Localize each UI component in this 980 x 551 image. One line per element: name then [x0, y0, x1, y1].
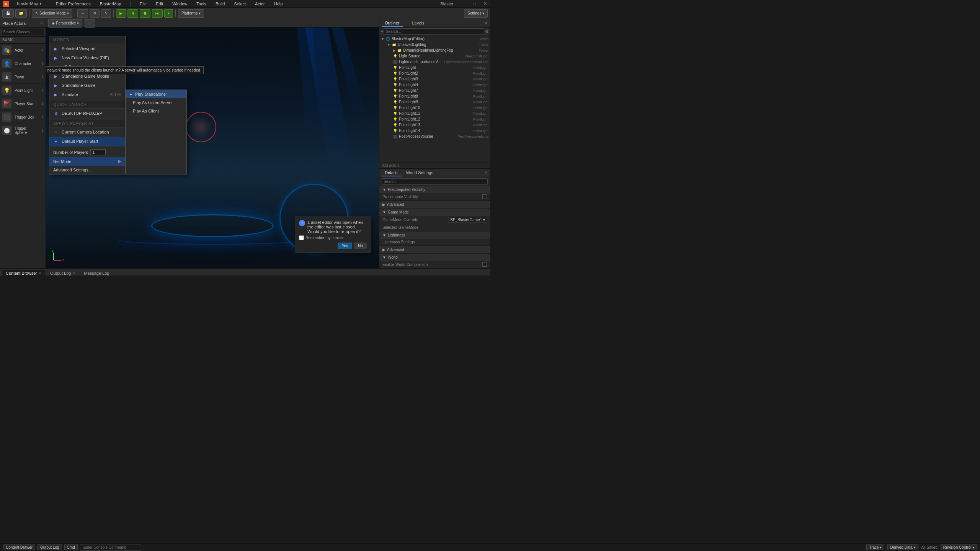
play-options-btn[interactable]: ▾ — [164, 9, 173, 18]
outliner-item-lightmass[interactable]: ⬛ LightmassImportanceVolume LightmassImp… — [379, 59, 490, 65]
close-content-browser[interactable]: ✕ — [39, 271, 42, 275]
menu-build[interactable]: Build — [214, 1, 226, 7]
close-btn[interactable]: ✕ — [483, 1, 487, 6]
settings-btn[interactable]: Settings ▾ — [464, 9, 488, 18]
dropdown-spawn-default[interactable]: ● Default Player Start — [49, 137, 125, 146]
checkbox-precompute[interactable] — [482, 194, 487, 199]
outliner-item-pl12[interactable]: 💡 PointLight12 PointLight — [379, 116, 490, 122]
dropdown-simulate[interactable]: ▶ Simulate ALT+S — [49, 90, 125, 99]
menu-tools[interactable]: Tools — [195, 1, 208, 7]
outliner-item-lighting[interactable]: ▼ 📁 UnsavedLighting Folder — [379, 42, 490, 47]
play-btn[interactable]: ▶ — [116, 9, 126, 18]
outliner-item-pl8[interactable]: 💡 PointLight8 PointLight — [379, 93, 490, 99]
dropdown-launch-device[interactable]: 🖥 DESKTOP-RFLUZEP — [49, 109, 125, 118]
levels-tab[interactable]: Levels — [409, 20, 428, 27]
details-section-header-advanced1[interactable]: ▶ Advanced — [379, 201, 490, 208]
menu-edit[interactable]: Edit — [154, 1, 165, 7]
actor-item-triggersphere[interactable]: ⚪ Trigger Sphere ℹ — [0, 124, 46, 137]
outliner-filter-btn[interactable]: ⚙ — [485, 29, 488, 34]
outliner-search[interactable] — [384, 28, 484, 35]
viewport-options-btn[interactable]: ⋯ — [85, 19, 95, 28]
platforms-btn[interactable]: Platforms ▾ — [178, 9, 204, 18]
details-search[interactable] — [382, 178, 488, 185]
actor-info-triggerbox[interactable]: ℹ — [42, 115, 43, 119]
actor-info-playerstart[interactable]: ℹ — [42, 102, 43, 106]
toolbar-save[interactable]: 💾 — [2, 9, 14, 18]
details-tab[interactable]: Details — [382, 170, 401, 176]
tab-output-log[interactable]: Output Log ✕ — [46, 270, 80, 276]
value-gamemode-override[interactable]: BP_BlasterGame1 ▾ — [448, 217, 487, 223]
outliner-close[interactable]: ✕ — [484, 21, 488, 26]
close-output-log[interactable]: ✕ — [72, 271, 75, 275]
outliner-item-pl1[interactable]: 💡 PointLight PointLight — [379, 65, 490, 70]
no-btn[interactable]: No — [354, 243, 367, 249]
actor-item-pawn[interactable]: ♟ Pawn ℹ — [0, 70, 46, 84]
details-section-header-precomputed[interactable]: ▼ Precomputed Visibility — [379, 186, 490, 193]
submenu-play-client[interactable]: Play As Client — [126, 107, 186, 115]
dropdown-new-editor-window[interactable]: ▶ New Editor Window (PIE) — [49, 53, 125, 62]
details-section-header-advanced2[interactable]: ▶ Advanced — [379, 246, 490, 253]
perspective-btn[interactable]: ◈ Perspective ▾ — [48, 19, 82, 28]
outliner-item-postprocess[interactable]: ⬛ PostProcessVolume PostProcessVolume — [379, 134, 490, 139]
dropdown-selected-viewport[interactable]: ▶ Selected Viewport — [49, 44, 125, 53]
actor-info-pointlight[interactable]: ℹ — [42, 88, 43, 92]
menu-actor[interactable]: Actor — [253, 1, 266, 7]
submenu-play-listen-server[interactable]: Play As Listen Server — [126, 98, 186, 107]
tab-message-log[interactable]: Message Log — [80, 270, 113, 276]
details-section-header-world[interactable]: ▼ World — [379, 254, 490, 261]
outliner-item-lightsource[interactable]: 💡 Light Source DirectionalLight — [379, 53, 490, 59]
actor-info-pawn[interactable]: ℹ — [42, 75, 43, 79]
outliner-item-blastermap[interactable]: ▼ 🌐 BlasterMap (Editor) World — [379, 36, 490, 42]
actor-info-triggersphere[interactable]: ℹ — [42, 129, 43, 132]
actor-item-pointlight[interactable]: 💡 Point Light ℹ — [0, 84, 46, 97]
actor-item-triggerbox[interactable]: ⬛ Trigger Box ℹ — [0, 111, 46, 124]
actor-item-character[interactable]: 👤 Character ℹ — [0, 57, 46, 70]
dropdown-spawn-camera[interactable]: ○ Current Camera Location — [49, 127, 125, 137]
remember-checkbox[interactable] — [299, 235, 304, 240]
numplayers-input[interactable] — [90, 149, 106, 155]
outliner-item-pl2[interactable]: 💡 PointLight2 PointLight — [379, 70, 490, 76]
actor-info-character[interactable]: ℹ — [42, 62, 43, 65]
menu-select[interactable]: Select — [232, 1, 247, 7]
actor-info-actor[interactable]: ℹ — [42, 48, 43, 52]
actor-item-playerstart[interactable]: 🚩 Player Start ℹ — [0, 97, 46, 111]
toolbar-browse[interactable]: 📁 — [15, 9, 27, 18]
menu-editor-preferences[interactable]: Editor Preferences — [54, 1, 92, 7]
dropdown-standalone-game[interactable]: ▶ Standalone Game — [49, 81, 125, 90]
outliner-item-pl14[interactable]: 💡 PointLight14 PointLight — [379, 128, 490, 134]
minimize-btn[interactable]: ─ — [463, 2, 466, 6]
details-section-header-lightmass[interactable]: ▼ Lightmass — [379, 231, 490, 239]
details-close[interactable]: ✕ — [484, 170, 488, 175]
pause-btn[interactable]: ⏸ — [127, 9, 138, 18]
menu-help[interactable]: Help — [273, 1, 284, 7]
place-actors-close[interactable]: ✕ — [40, 21, 43, 26]
outliner-item-pl10[interactable]: 💡 PointLight10 PointLight — [379, 105, 490, 111]
world-settings-tab[interactable]: World Settings — [403, 170, 436, 176]
menu-file[interactable]: File — [138, 1, 148, 7]
details-section-header-gamemode[interactable]: ▼ Game Mode — [379, 209, 490, 216]
menu-project-settings[interactable]: BlasterMap — [98, 1, 123, 7]
outliner-item-fog[interactable]: ▶ 📁 DynamicRealtimeLightingFog Folder — [379, 47, 490, 53]
place-actors-search[interactable] — [1, 29, 44, 35]
checkbox-worldcomp[interactable] — [482, 262, 487, 267]
outliner-item-pl7[interactable]: 💡 PointLight7 PointLight — [379, 88, 490, 93]
actor-item-actor[interactable]: 🎭 Actor ℹ — [0, 44, 46, 57]
dropdown-netmode[interactable]: Net Mode ▶ — [49, 157, 125, 166]
outliner-item-pl9[interactable]: 💡 PointLight9 PointLight — [379, 99, 490, 105]
skip-btn[interactable]: ⏭ — [152, 9, 163, 18]
submenu-play-standalone[interactable]: ● Play Standalone — [126, 90, 186, 98]
yes-btn[interactable]: Yes — [338, 243, 352, 249]
transform-rotate[interactable]: ↻ — [90, 9, 100, 18]
stop-btn[interactable]: ⏹ — [140, 9, 150, 18]
tab-content-browser[interactable]: Content Browser ✕ — [2, 270, 46, 276]
outliner-item-pl3[interactable]: 💡 PointLight3 PointLight — [379, 76, 490, 82]
menu-window[interactable]: Window — [171, 1, 189, 7]
dropdown-advanced-settings[interactable]: Advanced Settings... — [49, 166, 125, 174]
outliner-item-pl4[interactable]: 💡 PointLight4 PointLight — [379, 82, 490, 88]
outliner-tab[interactable]: Outliner — [382, 20, 403, 27]
outliner-item-pl11[interactable]: 💡 PointLight11 PointLight — [379, 111, 490, 116]
selection-mode-btn[interactable]: ↖ Selection Mode ▾ — [32, 9, 72, 18]
outliner-add-btn[interactable]: + — [381, 29, 383, 34]
outliner-item-pl13[interactable]: 💡 PointLight13 PointLight — [379, 122, 490, 128]
transform-scale[interactable]: ⤡ — [101, 9, 111, 18]
